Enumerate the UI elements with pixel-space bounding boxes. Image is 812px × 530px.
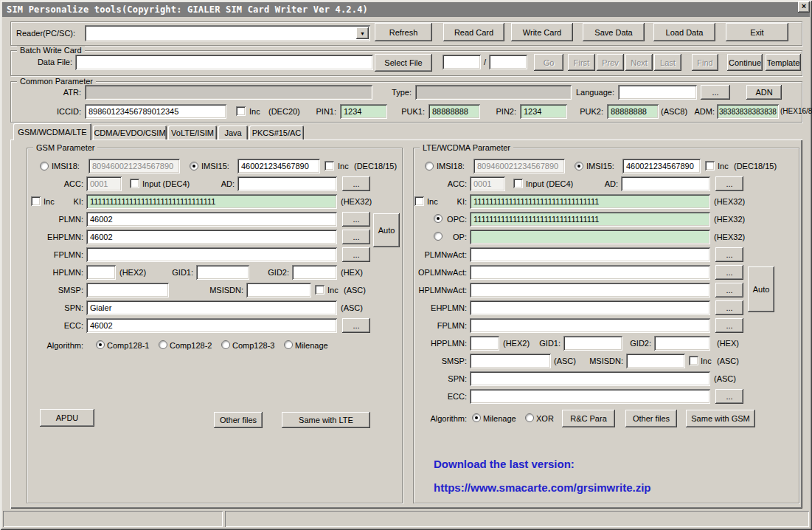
tab-volte-isim[interactable]: VoLTE/ISIM	[168, 125, 217, 140]
lte-msisdn-inc-checkbox[interactable]	[689, 356, 698, 365]
gsm-fplmn-input[interactable]	[86, 247, 337, 262]
gsm-msisdn-inc-checkbox[interactable]	[315, 285, 325, 295]
lte-ecc-browse-button[interactable]: ...	[715, 389, 743, 404]
gsm-milenage-radio[interactable]	[284, 340, 293, 349]
gsm-ecc-input[interactable]	[86, 318, 337, 333]
language-input[interactable]	[618, 85, 697, 100]
lte-plmnwact-browse-button[interactable]: ...	[715, 247, 743, 262]
lte-op-input[interactable]	[470, 230, 710, 244]
lte-imsi-inc-checkbox[interactable]	[705, 161, 715, 171]
lte-ehplmn-input[interactable]	[470, 300, 710, 315]
lte-hplmnwact-input[interactable]	[470, 283, 710, 297]
lte-auto-button[interactable]: Auto	[748, 266, 774, 312]
gsm-imsi15-radio[interactable]	[190, 162, 198, 171]
gsm-ehplmn-input[interactable]	[86, 230, 337, 244]
lte-ad-input[interactable]	[621, 176, 710, 191]
next-button[interactable]: Next	[625, 54, 653, 71]
lte-fplmn-browse-button[interactable]: ...	[715, 318, 743, 333]
chevron-down-icon[interactable]: ▼	[356, 27, 369, 39]
lte-milenage-radio[interactable]	[472, 413, 481, 422]
gsm-ad-input[interactable]	[237, 176, 337, 191]
lte-ad-browse-button[interactable]: ...	[715, 176, 743, 191]
gsm-other-files-button[interactable]: Other files	[214, 412, 263, 428]
lte-ecc-input[interactable]	[470, 389, 710, 404]
lte-hplmnwact-browse-button[interactable]: ...	[715, 283, 743, 297]
lte-imsi15-input[interactable]	[622, 159, 701, 173]
tab-java[interactable]: Java	[218, 125, 248, 140]
gsm-ehplmn-browse-button[interactable]: ...	[342, 230, 370, 244]
template-button[interactable]: Template	[766, 54, 801, 71]
lte-gid1-input[interactable]	[563, 336, 622, 351]
go-button[interactable]: Go	[534, 54, 563, 71]
gsm-spn-input[interactable]	[86, 300, 337, 315]
gsm-gid1-input[interactable]	[196, 265, 249, 280]
lte-ehplmn-browse-button[interactable]: ...	[715, 300, 743, 315]
gsm-fplmn-browse-button[interactable]: ...	[342, 247, 370, 262]
gsm-imsi-inc-checkbox[interactable]	[325, 161, 334, 171]
same-with-gsm-button[interactable]: Same with GSM	[686, 410, 755, 427]
reader-combobox[interactable]	[85, 25, 370, 41]
lte-op-radio[interactable]	[434, 232, 443, 241]
gsm-ki-input[interactable]	[86, 194, 337, 209]
language-browse-button[interactable]: ...	[701, 85, 730, 100]
lte-xor-radio[interactable]	[525, 413, 534, 422]
refresh-button[interactable]: Refresh	[375, 23, 432, 41]
first-button[interactable]: First	[568, 54, 595, 71]
lte-opc-radio[interactable]	[434, 214, 443, 223]
gsm-plmn-input[interactable]	[86, 212, 337, 227]
data-file-input[interactable]	[75, 55, 373, 70]
lte-ki-inc-checkbox[interactable]	[414, 196, 424, 206]
lte-spn-input[interactable]	[470, 371, 710, 386]
lte-smsp-input[interactable]	[470, 354, 551, 368]
adm-input[interactable]	[717, 104, 779, 119]
load-data-button[interactable]: Load Data	[653, 23, 715, 41]
read-card-button[interactable]: Read Card	[443, 23, 504, 41]
gsm-hplmn-input[interactable]	[86, 265, 116, 280]
gsm-comp128-3-radio[interactable]	[221, 340, 230, 349]
close-icon[interactable]: ×	[798, 1, 810, 13]
apdu-button[interactable]: APDU	[40, 409, 94, 427]
adn-button[interactable]: ADN	[746, 85, 782, 100]
gsm-ad-browse-button[interactable]: ...	[342, 176, 370, 191]
tab-cdma-evdo-csim[interactable]: CDMA/EVDO/CSIM	[93, 125, 167, 140]
gsm-acc-input-checkbox[interactable]	[130, 179, 139, 188]
write-card-button[interactable]: Write Card	[511, 23, 573, 41]
pin2-input[interactable]	[520, 104, 567, 119]
lte-opc-input[interactable]	[470, 212, 710, 227]
lte-gid2-input[interactable]	[654, 336, 710, 351]
gsm-ki-inc-checkbox[interactable]	[31, 196, 41, 206]
page-from-input[interactable]	[443, 55, 481, 69]
gsm-imsi18-radio[interactable]	[40, 162, 49, 171]
download-url-link[interactable]: https://www.smacarte.com/grsimwrite.zip	[434, 481, 651, 494]
lte-acc-input-checkbox[interactable]	[513, 179, 523, 188]
lte-imsi15-radio[interactable]	[575, 162, 583, 171]
same-with-lte-button[interactable]: Same with LTE	[282, 412, 370, 428]
gsm-ecc-browse-button[interactable]: ...	[342, 318, 370, 333]
lte-ki-input[interactable]	[470, 194, 710, 209]
last-button[interactable]: Last	[654, 54, 681, 71]
gsm-smsp-input[interactable]	[86, 283, 169, 297]
lte-plmnwact-input[interactable]	[470, 247, 710, 262]
continue-button[interactable]: Continue	[727, 54, 763, 71]
gsm-imsi15-input[interactable]	[237, 159, 320, 173]
gsm-comp128-2-radio[interactable]	[159, 340, 167, 349]
page-to-input[interactable]	[489, 55, 527, 69]
lte-fplmn-input[interactable]	[470, 318, 710, 333]
iccid-inc-checkbox[interactable]	[236, 106, 246, 116]
gsm-msisdn-input[interactable]	[246, 283, 311, 297]
lte-imsi18-radio[interactable]	[425, 162, 434, 171]
prev-button[interactable]: Prev	[597, 54, 624, 71]
find-button[interactable]: Find	[692, 54, 718, 71]
gsm-comp128-1-radio[interactable]	[96, 340, 105, 349]
lte-oplmnwact-browse-button[interactable]: ...	[715, 265, 743, 280]
exit-button[interactable]: Exit	[726, 23, 788, 41]
select-file-button[interactable]: Select File	[375, 54, 432, 72]
lte-hpplmn-input[interactable]	[470, 336, 499, 351]
tab-gsm-wcdma-lte[interactable]: GSM/WCDMA/LTE	[13, 123, 91, 140]
iccid-input[interactable]	[85, 104, 226, 119]
save-data-button[interactable]: Save Data	[583, 23, 645, 41]
gsm-auto-button[interactable]: Auto	[373, 213, 400, 247]
gsm-plmn-browse-button[interactable]: ...	[342, 212, 370, 227]
puk2-input[interactable]	[607, 104, 659, 119]
lte-oplmnwact-input[interactable]	[470, 265, 710, 280]
